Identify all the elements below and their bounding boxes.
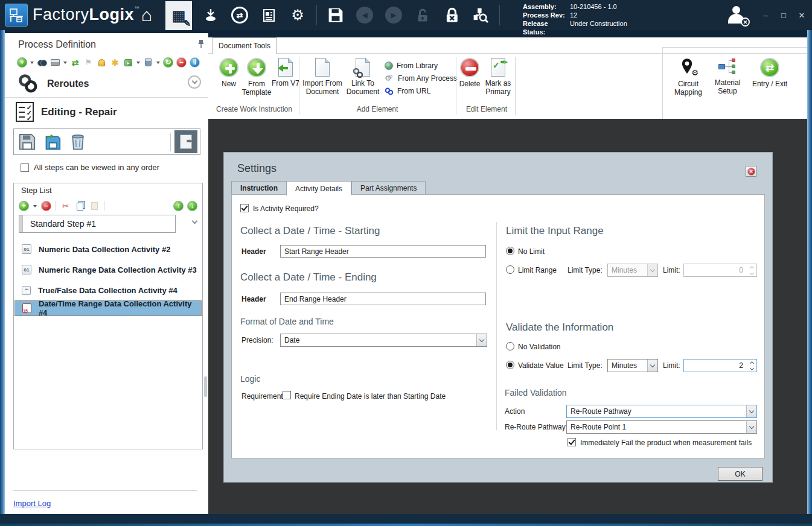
dialog-close-button[interactable]: ✕ (746, 166, 756, 177)
expand-reroutes-button[interactable] (188, 75, 201, 89)
exchange-icon[interactable]: ⇄ (70, 57, 80, 68)
limit-range-label: Limit Range (518, 266, 557, 274)
trash-dropdown-caret[interactable] (156, 62, 160, 66)
spinner-arrows[interactable] (747, 360, 756, 372)
tab-document-tools[interactable]: Document Tools (213, 37, 277, 54)
import-log-link[interactable]: Import Log (13, 499, 51, 508)
library-button[interactable] (200, 5, 221, 25)
list-item-activity-selected[interactable]: 15 Date/Time Range Data Collection Activ… (14, 300, 202, 316)
list-item-activity[interactable]: 01 Numeric Data Collection Activity #2 (14, 239, 202, 259)
lock-button[interactable] (441, 5, 462, 25)
print-dropdown-caret[interactable] (63, 62, 67, 66)
news-button[interactable] (258, 5, 279, 25)
list-item-activity[interactable]: 01 Numeric Range Data Collection Activit… (14, 259, 202, 280)
all-steps-checkbox[interactable] (21, 163, 29, 172)
ok-button[interactable]: OK (718, 467, 762, 481)
reroute-pathway-select[interactable]: Re-Route Point 1 (566, 420, 757, 434)
sync-button[interactable]: ⇄ (229, 5, 250, 25)
from-library-button[interactable]: From Library (385, 62, 457, 70)
validate-limit-spinner[interactable]: 2 (683, 359, 757, 372)
save-button[interactable] (325, 5, 346, 25)
tab-instruction[interactable]: Instruction (231, 181, 286, 195)
circuit-mapping-button[interactable]: ⚙ Circuit Mapping (668, 58, 708, 97)
tab-activity-details[interactable]: Activity Details (286, 181, 351, 195)
trash-icon[interactable] (143, 57, 153, 68)
from-any-process-button[interactable]: ⚙ From Any Process (385, 74, 457, 83)
desk-icon (8, 7, 24, 23)
minimize-button[interactable]: – (761, 11, 770, 20)
home-button[interactable]: ⌂ (136, 5, 157, 25)
move-up-icon[interactable]: ↑ (173, 201, 184, 211)
limit-heading: Limit the Input Range (506, 225, 604, 237)
scrollbar-thumb[interactable] (204, 376, 207, 397)
dropdown-button[interactable] (476, 334, 487, 346)
immediately-fail-checkbox[interactable] (567, 438, 576, 446)
print-icon[interactable] (50, 57, 60, 68)
step-chevron-icon[interactable] (192, 218, 198, 224)
dropdown-button[interactable] (746, 421, 756, 433)
entry-exit-button[interactable]: ⇄ Entry / Exit (748, 58, 791, 88)
action-select[interactable]: Re-Route Pathway (566, 405, 757, 418)
maximize-button[interactable]: □ (779, 11, 788, 20)
limit-range-radio[interactable] (506, 265, 514, 274)
reroutes-section[interactable]: Reroutes (18, 73, 199, 95)
add-step-caret[interactable] (33, 205, 37, 209)
package-icon[interactable]: ▸ (123, 57, 133, 68)
pause-icon[interactable]: ‖ (190, 57, 200, 68)
bell-icon[interactable] (97, 57, 107, 68)
add-step-icon[interactable]: + (19, 201, 29, 211)
move-down-icon[interactable]: ↓ (187, 201, 197, 211)
package-dropdown-caret[interactable] (136, 62, 140, 66)
all-steps-option[interactable]: All steps can be viewed in any order (21, 163, 159, 172)
find-icon[interactable] (37, 57, 47, 68)
audit-button[interactable] (470, 5, 491, 25)
copy-icon[interactable] (75, 201, 85, 211)
activity-required-checkbox[interactable] (240, 204, 249, 212)
edit-instruction-button[interactable] (174, 130, 197, 153)
add-icon[interactable]: + (17, 57, 27, 68)
settings-button[interactable]: ⚙ (287, 5, 308, 25)
add-dropdown-caret[interactable] (30, 62, 34, 66)
group-label-edit: Edit Element (458, 105, 515, 113)
dropdown-button[interactable] (647, 360, 657, 372)
mark-as-primary-button[interactable]: ✓ Mark as Primary (480, 58, 516, 96)
activity-required-label: Is Activity Required? (253, 204, 319, 213)
end-header-label: Header (241, 295, 266, 303)
unlock-icon (415, 8, 430, 22)
remove-step-icon[interactable]: – (41, 201, 51, 211)
material-setup-button[interactable]: Material Setup (708, 58, 747, 95)
cut-icon[interactable]: ✂ (60, 201, 71, 211)
close-button[interactable]: ✕ (798, 11, 806, 20)
no-limit-radio[interactable] (506, 247, 514, 255)
sync-arrows-icon: ⇄ (231, 7, 248, 24)
user-x-badge-icon: ✕ (741, 17, 750, 27)
remove-icon[interactable]: – (176, 57, 187, 68)
from-url-button[interactable]: From URL (385, 87, 457, 95)
end-header-input[interactable] (280, 293, 486, 305)
import-from-document-button[interactable]: Import From Document (301, 58, 344, 96)
validate-value-radio[interactable] (506, 361, 514, 369)
dropdown-button[interactable] (746, 405, 756, 417)
back-button[interactable]: ◀ (354, 5, 375, 25)
signpost-icon[interactable]: ⚑ (83, 57, 94, 68)
tab-part-assignments[interactable]: Part Assignments (351, 181, 426, 195)
save-import-button[interactable] (42, 131, 63, 153)
link-to-document-button[interactable]: Link To Document (344, 58, 382, 96)
paste-icon[interactable] (89, 201, 100, 211)
no-validation-radio[interactable] (506, 342, 514, 350)
logout-user-button[interactable]: ✕ (726, 6, 750, 25)
save-step-button[interactable] (16, 131, 38, 153)
current-step-dropdown[interactable]: Standard Step #1 (19, 215, 176, 233)
validate-limit-type-select[interactable]: Minutes (607, 359, 658, 372)
forward-button[interactable]: ▶ (383, 5, 404, 25)
precision-select[interactable]: Date (280, 334, 487, 347)
process-editor-button[interactable]: ▦ (165, 1, 192, 30)
star-gear-icon[interactable]: ✱ (110, 57, 120, 68)
unlock-button[interactable] (412, 5, 433, 25)
start-header-input[interactable] (280, 245, 486, 258)
requirement-checkbox[interactable] (283, 391, 291, 399)
pin-icon[interactable] (197, 39, 205, 49)
refresh-icon[interactable]: ↻ (163, 57, 173, 68)
list-item-activity[interactable]: True/False Data Collection Activity #4 (14, 280, 202, 300)
delete-step-button[interactable] (67, 131, 89, 153)
